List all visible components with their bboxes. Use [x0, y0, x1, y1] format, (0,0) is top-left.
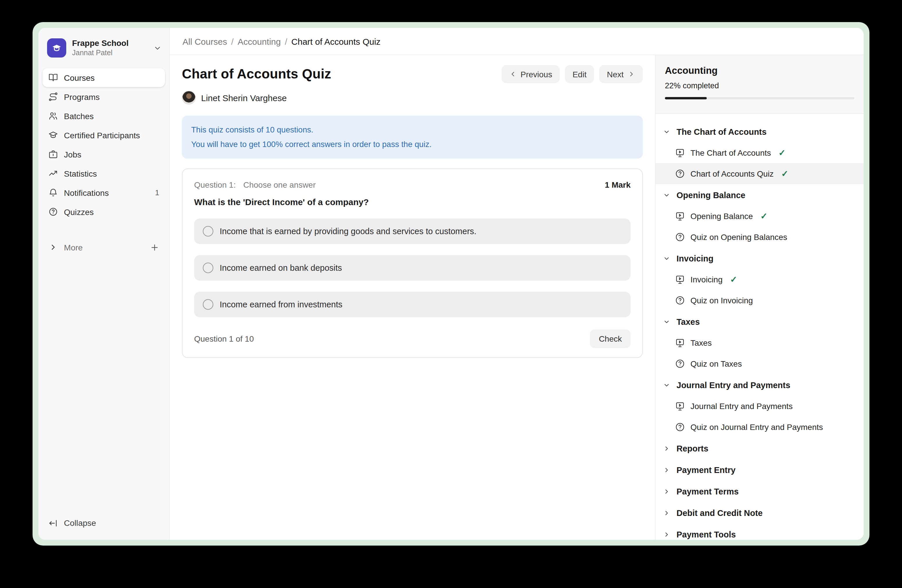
- trending-up-icon: [48, 169, 58, 178]
- breadcrumb-separator: /: [285, 36, 287, 46]
- chevron-right-icon: [628, 70, 635, 78]
- sidebar-nav: Courses Programs Batches Certified Parti…: [42, 68, 165, 257]
- course-progress-header: Accounting 22% completed: [656, 55, 864, 114]
- sidebar-item-programs[interactable]: Programs: [42, 87, 165, 106]
- chevron-down-icon: [663, 191, 670, 199]
- outline-item-lesson[interactable]: Opening Balance: [656, 206, 864, 227]
- outline-item-lesson[interactable]: The Chart of Accounts: [656, 142, 864, 163]
- sidebar-item-quizzes[interactable]: Quizzes: [42, 202, 165, 221]
- chevron-down-icon: [153, 44, 161, 52]
- outline-section-opening-balance[interactable]: Opening Balance: [656, 184, 864, 206]
- outline-item-lesson[interactable]: Taxes: [656, 332, 864, 353]
- progress-bar-fill: [665, 97, 706, 99]
- plus-icon[interactable]: [149, 242, 159, 252]
- outline-item-quiz[interactable]: Quiz on Invoicing: [656, 290, 864, 311]
- outline-section-payment-terms[interactable]: Payment Terms: [656, 480, 864, 502]
- question-marks: 1 Mark: [605, 180, 631, 189]
- answer-option-1[interactable]: Income that is earned by providing goods…: [194, 219, 631, 244]
- edit-button[interactable]: Edit: [565, 65, 594, 83]
- quiz-icon: [675, 422, 685, 432]
- quiz-page: Chart of Accounts Quiz Previous Edit Nex…: [170, 55, 655, 540]
- sidebar-item-batches[interactable]: Batches: [42, 106, 165, 125]
- graduation-cap-icon: [48, 130, 58, 140]
- outline-section-taxes[interactable]: Taxes: [656, 311, 864, 332]
- frappe-school-app: Frappe School Jannat Patel Courses Progr…: [38, 28, 864, 540]
- chevron-right-icon: [663, 445, 670, 452]
- chevron-right-icon: [663, 531, 670, 538]
- lesson-icon: [675, 148, 685, 158]
- question-number: Question 1:: [194, 180, 236, 189]
- previous-button[interactable]: Previous: [501, 65, 560, 83]
- workspace-switcher[interactable]: Frappe School Jannat Patel: [42, 36, 165, 58]
- outline-section-invoicing[interactable]: Invoicing: [656, 247, 864, 269]
- radio-button[interactable]: [203, 226, 213, 236]
- chevron-right-icon: [663, 466, 670, 473]
- question-text: What is the 'Direct Income' of a company…: [194, 197, 631, 207]
- chevron-down-icon: [663, 255, 670, 262]
- author-row: Linet Sherin Varghese: [182, 91, 643, 105]
- sidebar-item-certified-participants[interactable]: Certified Participants: [42, 125, 165, 145]
- outline-item-quiz[interactable]: Quiz on Opening Balances: [656, 227, 864, 247]
- breadcrumb-all-courses[interactable]: All Courses: [183, 36, 227, 46]
- progress-label: 22% completed: [665, 81, 854, 90]
- outline-item-quiz-active[interactable]: Chart of Accounts Quiz: [656, 163, 864, 184]
- notice-line-1: This quiz consists of 10 questions.: [191, 123, 634, 137]
- question-card: Question 1: Choose one answer 1 Mark Wha…: [182, 169, 643, 358]
- breadcrumb-accounting[interactable]: Accounting: [238, 36, 281, 46]
- outline-list: The Chart of Accounts The Chart of Accou…: [656, 114, 864, 540]
- workspace-user: Jannat Patel: [72, 48, 148, 58]
- next-button[interactable]: Next: [599, 65, 643, 83]
- chevron-down-icon: [663, 318, 670, 325]
- frappe-school-logo-icon: [47, 38, 66, 58]
- answer-options: Income that is earned by providing goods…: [194, 219, 631, 317]
- outline-section-reports[interactable]: Reports: [656, 438, 864, 459]
- sidebar-item-jobs[interactable]: Jobs: [42, 145, 165, 164]
- outline-item-lesson[interactable]: Invoicing: [656, 269, 864, 290]
- collapse-arrow-icon: [48, 518, 58, 528]
- outline-section-journal-entry[interactable]: Journal Entry and Payments: [656, 374, 864, 396]
- check-icon: [730, 275, 737, 284]
- sidebar-item-courses[interactable]: Courses: [42, 68, 165, 87]
- outline-item-quiz[interactable]: Quiz on Journal Entry and Payments: [656, 417, 864, 438]
- author-name: Linet Sherin Varghese: [201, 93, 287, 103]
- quiz-icon: [675, 358, 685, 369]
- outline-section-payment-tools[interactable]: Payment Tools: [656, 524, 864, 540]
- collapse-sidebar-button[interactable]: Collapse: [42, 513, 165, 533]
- left-sidebar: Frappe School Jannat Patel Courses Progr…: [38, 28, 170, 540]
- workspace-title: Frappe School: [72, 38, 148, 48]
- chevron-down-icon: [663, 128, 670, 135]
- question-pagination: Question 1 of 10: [194, 334, 254, 343]
- breadcrumb: All Courses / Accounting / Chart of Acco…: [183, 36, 381, 46]
- chevron-down-icon: [663, 382, 670, 388]
- lesson-icon: [675, 274, 685, 285]
- breadcrumb-current: Chart of Accounts Quiz: [291, 36, 381, 46]
- app-window: Frappe School Jannat Patel Courses Progr…: [33, 22, 869, 546]
- notification-count: 1: [155, 188, 159, 197]
- screen: Frappe School Jannat Patel Courses Progr…: [0, 0, 902, 588]
- chevron-right-icon: [48, 242, 58, 252]
- briefcase-icon: [48, 149, 58, 159]
- help-circle-icon: [48, 207, 58, 217]
- outline-section-chart-of-accounts[interactable]: The Chart of Accounts: [656, 121, 864, 142]
- sidebar-item-notifications[interactable]: Notifications 1: [42, 183, 165, 202]
- route-icon: [48, 92, 58, 102]
- lesson-icon: [675, 211, 685, 221]
- quiz-toolbar: Previous Edit Next: [501, 65, 643, 83]
- outline-item-lesson[interactable]: Journal Entry and Payments: [656, 396, 864, 417]
- check-button[interactable]: Check: [590, 330, 631, 348]
- course-outline-panel: Accounting 22% completed The Chart of Ac…: [655, 55, 864, 540]
- radio-button[interactable]: [203, 263, 213, 273]
- sidebar-item-statistics[interactable]: Statistics: [42, 164, 165, 183]
- check-icon: [781, 169, 788, 178]
- page-title: Chart of Accounts Quiz: [182, 66, 331, 82]
- answer-option-2[interactable]: Income earned on bank deposits: [194, 255, 631, 281]
- chevron-right-icon: [663, 509, 670, 516]
- outline-item-quiz[interactable]: Quiz on Taxes: [656, 353, 864, 374]
- answer-option-3[interactable]: Income earned from investments: [194, 292, 631, 317]
- lesson-icon: [675, 338, 685, 348]
- outline-section-debit-credit-note[interactable]: Debit and Credit Note: [656, 502, 864, 524]
- radio-button[interactable]: [203, 299, 213, 310]
- quiz-instructions-banner: This quiz consists of 10 questions. You …: [182, 116, 643, 159]
- outline-section-payment-entry[interactable]: Payment Entry: [656, 459, 864, 480]
- sidebar-item-more[interactable]: More: [42, 238, 165, 257]
